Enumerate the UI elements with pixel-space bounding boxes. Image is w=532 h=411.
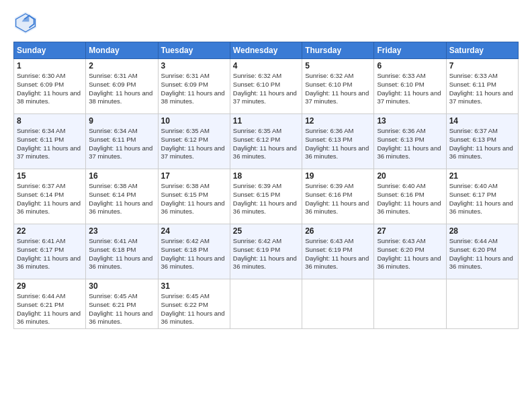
day-number: 28 bbox=[449, 226, 515, 236]
calendar-cell: 10 Sunrise: 6:35 AMSunset: 6:12 PMDaylig… bbox=[158, 114, 230, 169]
calendar-cell: 24 Sunrise: 6:42 AMSunset: 6:18 PMDaylig… bbox=[158, 224, 230, 279]
weekday-header-row: SundayMondayTuesdayWednesdayThursdayFrid… bbox=[14, 42, 519, 59]
calendar-cell: 11 Sunrise: 6:35 AMSunset: 6:12 PMDaylig… bbox=[230, 114, 302, 169]
calendar-cell bbox=[230, 279, 302, 329]
day-number: 19 bbox=[305, 171, 371, 181]
header bbox=[13, 11, 519, 35]
day-info: Sunrise: 6:44 AMSunset: 6:21 PMDaylight:… bbox=[17, 292, 81, 325]
calendar-cell: 4 Sunrise: 6:32 AMSunset: 6:10 PMDayligh… bbox=[230, 59, 302, 114]
day-number: 13 bbox=[377, 116, 443, 126]
day-info: Sunrise: 6:36 AMSunset: 6:13 PMDaylight:… bbox=[305, 127, 369, 160]
day-number: 16 bbox=[89, 171, 154, 181]
day-number: 15 bbox=[17, 171, 83, 181]
calendar-cell: 22 Sunrise: 6:41 AMSunset: 6:17 PMDaylig… bbox=[14, 224, 86, 279]
calendar-week-1: 1 Sunrise: 6:30 AMSunset: 6:09 PMDayligh… bbox=[14, 59, 519, 114]
calendar-cell: 31 Sunrise: 6:45 AMSunset: 6:22 PMDaylig… bbox=[158, 279, 230, 329]
calendar-cell: 1 Sunrise: 6:30 AMSunset: 6:09 PMDayligh… bbox=[14, 59, 86, 114]
weekday-header-saturday: Saturday bbox=[446, 42, 518, 59]
day-info: Sunrise: 6:40 AMSunset: 6:17 PMDaylight:… bbox=[449, 182, 513, 215]
calendar-cell: 20 Sunrise: 6:40 AMSunset: 6:16 PMDaylig… bbox=[374, 169, 446, 224]
day-number: 18 bbox=[233, 171, 299, 181]
day-info: Sunrise: 6:43 AMSunset: 6:20 PMDaylight:… bbox=[377, 237, 441, 270]
day-number: 21 bbox=[449, 171, 515, 181]
day-info: Sunrise: 6:41 AMSunset: 6:18 PMDaylight:… bbox=[89, 237, 152, 270]
day-info: Sunrise: 6:45 AMSunset: 6:22 PMDaylight:… bbox=[161, 292, 225, 325]
calendar-cell bbox=[374, 279, 446, 329]
weekday-header-sunday: Sunday bbox=[14, 42, 86, 59]
day-info: Sunrise: 6:39 AMSunset: 6:16 PMDaylight:… bbox=[305, 182, 369, 215]
calendar-cell: 14 Sunrise: 6:37 AMSunset: 6:13 PMDaylig… bbox=[446, 114, 518, 169]
weekday-header-monday: Monday bbox=[86, 42, 158, 59]
day-info: Sunrise: 6:38 AMSunset: 6:14 PMDaylight:… bbox=[89, 182, 152, 215]
calendar-cell: 25 Sunrise: 6:42 AMSunset: 6:19 PMDaylig… bbox=[230, 224, 302, 279]
calendar-cell: 16 Sunrise: 6:38 AMSunset: 6:14 PMDaylig… bbox=[86, 169, 158, 224]
day-info: Sunrise: 6:34 AMSunset: 6:11 PMDaylight:… bbox=[89, 127, 152, 160]
day-info: Sunrise: 6:37 AMSunset: 6:14 PMDaylight:… bbox=[17, 182, 81, 215]
day-number: 30 bbox=[89, 281, 154, 291]
logo bbox=[13, 11, 40, 35]
day-number: 14 bbox=[449, 116, 515, 126]
day-info: Sunrise: 6:39 AMSunset: 6:15 PMDaylight:… bbox=[233, 182, 297, 215]
day-number: 12 bbox=[305, 116, 371, 126]
weekday-header-thursday: Thursday bbox=[302, 42, 374, 59]
calendar-cell bbox=[302, 279, 374, 329]
weekday-header-tuesday: Tuesday bbox=[158, 42, 230, 59]
day-info: Sunrise: 6:35 AMSunset: 6:12 PMDaylight:… bbox=[233, 127, 297, 160]
page: SundayMondayTuesdayWednesdayThursdayFrid… bbox=[0, 0, 532, 411]
calendar-cell: 26 Sunrise: 6:43 AMSunset: 6:19 PMDaylig… bbox=[302, 224, 374, 279]
day-info: Sunrise: 6:35 AMSunset: 6:12 PMDaylight:… bbox=[161, 127, 225, 160]
calendar-table: SundayMondayTuesdayWednesdayThursdayFrid… bbox=[13, 42, 519, 329]
day-number: 10 bbox=[161, 116, 227, 126]
calendar-cell: 28 Sunrise: 6:44 AMSunset: 6:20 PMDaylig… bbox=[446, 224, 518, 279]
day-info: Sunrise: 6:31 AMSunset: 6:09 PMDaylight:… bbox=[89, 72, 152, 105]
day-number: 17 bbox=[161, 171, 227, 181]
day-number: 23 bbox=[89, 226, 154, 236]
day-number: 24 bbox=[161, 226, 227, 236]
logo-icon bbox=[13, 11, 38, 35]
calendar-cell: 3 Sunrise: 6:31 AMSunset: 6:09 PMDayligh… bbox=[158, 59, 230, 114]
calendar-week-4: 22 Sunrise: 6:41 AMSunset: 6:17 PMDaylig… bbox=[14, 224, 519, 279]
day-info: Sunrise: 6:33 AMSunset: 6:10 PMDaylight:… bbox=[377, 72, 441, 105]
day-info: Sunrise: 6:42 AMSunset: 6:19 PMDaylight:… bbox=[233, 237, 297, 270]
calendar-week-3: 15 Sunrise: 6:37 AMSunset: 6:14 PMDaylig… bbox=[14, 169, 519, 224]
day-info: Sunrise: 6:30 AMSunset: 6:09 PMDaylight:… bbox=[17, 72, 81, 105]
calendar-cell: 6 Sunrise: 6:33 AMSunset: 6:10 PMDayligh… bbox=[374, 59, 446, 114]
weekday-header-wednesday: Wednesday bbox=[230, 42, 302, 59]
day-info: Sunrise: 6:34 AMSunset: 6:11 PMDaylight:… bbox=[17, 127, 81, 160]
svg-marker-0 bbox=[15, 12, 36, 34]
day-info: Sunrise: 6:44 AMSunset: 6:20 PMDaylight:… bbox=[449, 237, 513, 270]
calendar-cell: 5 Sunrise: 6:32 AMSunset: 6:10 PMDayligh… bbox=[302, 59, 374, 114]
day-number: 1 bbox=[17, 61, 83, 71]
day-number: 20 bbox=[377, 171, 443, 181]
day-info: Sunrise: 6:42 AMSunset: 6:18 PMDaylight:… bbox=[161, 237, 225, 270]
calendar-cell: 27 Sunrise: 6:43 AMSunset: 6:20 PMDaylig… bbox=[374, 224, 446, 279]
calendar-cell: 23 Sunrise: 6:41 AMSunset: 6:18 PMDaylig… bbox=[86, 224, 158, 279]
day-number: 3 bbox=[161, 61, 227, 71]
calendar-cell: 30 Sunrise: 6:45 AMSunset: 6:21 PMDaylig… bbox=[86, 279, 158, 329]
day-number: 8 bbox=[17, 116, 83, 126]
day-info: Sunrise: 6:32 AMSunset: 6:10 PMDaylight:… bbox=[305, 72, 369, 105]
day-info: Sunrise: 6:33 AMSunset: 6:11 PMDaylight:… bbox=[449, 72, 513, 105]
calendar-cell: 15 Sunrise: 6:37 AMSunset: 6:14 PMDaylig… bbox=[14, 169, 86, 224]
calendar-cell: 7 Sunrise: 6:33 AMSunset: 6:11 PMDayligh… bbox=[446, 59, 518, 114]
calendar-cell: 9 Sunrise: 6:34 AMSunset: 6:11 PMDayligh… bbox=[86, 114, 158, 169]
calendar-week-5: 29 Sunrise: 6:44 AMSunset: 6:21 PMDaylig… bbox=[14, 279, 519, 329]
day-info: Sunrise: 6:32 AMSunset: 6:10 PMDaylight:… bbox=[233, 72, 297, 105]
day-number: 11 bbox=[233, 116, 299, 126]
calendar-cell: 17 Sunrise: 6:38 AMSunset: 6:15 PMDaylig… bbox=[158, 169, 230, 224]
weekday-header-friday: Friday bbox=[374, 42, 446, 59]
day-number: 26 bbox=[305, 226, 371, 236]
calendar-week-2: 8 Sunrise: 6:34 AMSunset: 6:11 PMDayligh… bbox=[14, 114, 519, 169]
day-info: Sunrise: 6:31 AMSunset: 6:09 PMDaylight:… bbox=[161, 72, 225, 105]
calendar-cell: 12 Sunrise: 6:36 AMSunset: 6:13 PMDaylig… bbox=[302, 114, 374, 169]
day-number: 5 bbox=[305, 61, 371, 71]
day-number: 22 bbox=[17, 226, 83, 236]
calendar-cell: 2 Sunrise: 6:31 AMSunset: 6:09 PMDayligh… bbox=[86, 59, 158, 114]
calendar-cell: 29 Sunrise: 6:44 AMSunset: 6:21 PMDaylig… bbox=[14, 279, 86, 329]
day-number: 7 bbox=[449, 61, 515, 71]
calendar-cell: 8 Sunrise: 6:34 AMSunset: 6:11 PMDayligh… bbox=[14, 114, 86, 169]
calendar-cell: 19 Sunrise: 6:39 AMSunset: 6:16 PMDaylig… bbox=[302, 169, 374, 224]
day-info: Sunrise: 6:36 AMSunset: 6:13 PMDaylight:… bbox=[377, 127, 441, 160]
day-number: 31 bbox=[161, 281, 227, 291]
day-number: 27 bbox=[377, 226, 443, 236]
